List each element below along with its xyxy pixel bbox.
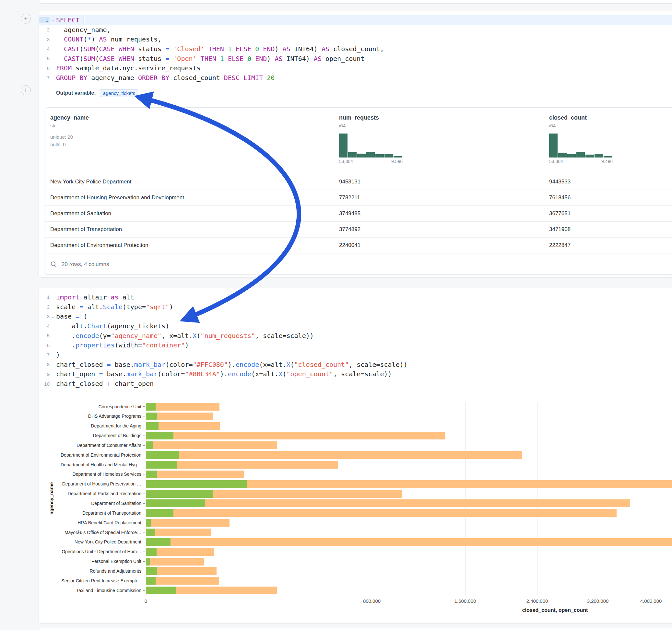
code-token: agency_name, <box>56 26 111 34</box>
table-cell: Department of Transportation <box>50 222 122 237</box>
code-token: 1 <box>228 45 232 53</box>
open-count-bar <box>146 567 157 575</box>
code-line[interactable]: 7GROUP BY agency_name ORDER BY closed_co… <box>39 73 672 83</box>
column-meta: nulls: 0 <box>50 142 89 147</box>
line-gutter: 7 <box>39 75 56 80</box>
open-count-bar <box>146 432 173 439</box>
add-cell-button[interactable]: + <box>21 85 31 95</box>
notebook-canvas: { "icons": { "plus": "+" }, "colors": { … <box>0 0 672 630</box>
histogram-bar <box>549 134 557 158</box>
sql-cell[interactable]: 1⌄SELECT 2 agency_name,3 COUNT(*) AS num… <box>39 11 672 278</box>
code-token: ELSE <box>236 45 251 53</box>
line-gutter: 1⌄ <box>39 17 56 23</box>
search-icon[interactable] <box>50 261 57 268</box>
output-variable-row: Output variable: agency_tickets <box>56 88 138 98</box>
line-gutter: 3 <box>39 37 56 42</box>
y-category-label: Department of Health and Mental Hyg… <box>58 462 141 468</box>
next-cell-edge <box>39 628 672 630</box>
y-tick-mark <box>143 406 145 407</box>
code-line[interactable]: 6FROM sample_data.nyc.service_requests <box>39 63 672 73</box>
chart-gridline <box>465 402 465 595</box>
line-number: 2 <box>39 27 50 32</box>
x-tick-label: 2,400,000 <box>514 598 560 604</box>
code-token <box>259 45 263 53</box>
code-token: * <box>87 35 91 43</box>
code-line[interactable]: 2 agency_name, <box>39 25 672 35</box>
y-category-label: Department of Buildings <box>58 433 141 438</box>
histogram-bar <box>576 152 585 158</box>
closed-count-bar <box>146 441 277 449</box>
line-gutter: 4 <box>39 46 56 51</box>
code-token: AS <box>283 45 290 53</box>
table-cell: 3774892 <box>339 222 360 237</box>
code-token: open_count <box>321 55 364 63</box>
previous-cell-edge <box>39 0 672 4</box>
y-tick-mark <box>143 465 145 465</box>
open-count-bar <box>146 403 155 411</box>
table-row[interactable]: Department of Sanitation37494853677651 <box>45 205 672 221</box>
y-category-label: Operations Unit - Department of Hom… <box>58 549 141 555</box>
code-token <box>216 55 220 63</box>
code-token: WHEN <box>119 55 134 63</box>
table-column-header[interactable]: agency_namestrunique: 20nulls: 0 <box>50 107 89 147</box>
code-token: CASE <box>99 55 115 63</box>
x-tick-label: 4,000,000 <box>628 598 672 604</box>
table-row[interactable]: Department of Housing Preservation and D… <box>45 190 672 205</box>
sql-code-editor[interactable]: 1⌄SELECT 2 agency_name,3 COUNT(*) AS num… <box>39 15 672 83</box>
closed-count-bar <box>146 470 244 478</box>
table-row[interactable]: Department of Environmental Protection22… <box>45 237 672 253</box>
code-text: agency_name, <box>56 26 111 34</box>
python-cell[interactable]: 1import altair as alt2scale = alt.Scale(… <box>39 288 672 624</box>
histogram-bar <box>384 154 393 158</box>
y-tick-mark <box>143 493 145 494</box>
histogram-bar <box>357 153 366 158</box>
table-cell: 7618456 <box>549 190 571 205</box>
code-token: ( <box>95 45 99 53</box>
y-tick-mark <box>143 436 145 436</box>
closed-count-bar <box>146 577 219 585</box>
histogram-range-labels: 53,3049.4e6 <box>549 159 613 164</box>
table-column-header[interactable]: closed_counti6453,3049.4e6 <box>549 107 613 164</box>
table-row[interactable]: Department of Transportation377489234719… <box>45 221 672 237</box>
y-tick-mark <box>143 484 145 484</box>
code-token: agency_name <box>87 74 138 82</box>
code-token: 'Closed' <box>173 45 204 53</box>
code-token: 0 <box>247 55 251 63</box>
code-token: END <box>255 55 267 63</box>
column-name: closed_count <box>549 107 613 121</box>
table-row[interactable]: New York City Police Department945313194… <box>45 174 672 190</box>
y-tick-mark <box>143 513 145 513</box>
line-gutter: 6 <box>39 66 56 71</box>
code-text: GROUP BY agency_name ORDER BY closed_cou… <box>56 74 274 82</box>
code-line[interactable]: 4 CAST(SUM(CASE WHEN status = 'Closed' T… <box>39 44 672 54</box>
line-number: 5 <box>39 56 50 61</box>
code-line[interactable]: 3 COUNT(*) AS num_requests, <box>39 34 672 44</box>
add-cell-button[interactable]: + <box>21 14 31 24</box>
code-token <box>79 16 83 24</box>
open-count-bar <box>146 548 157 556</box>
open-count-bar <box>146 587 176 595</box>
output-variable-chip[interactable]: agency_tickets <box>100 89 138 97</box>
open-count-bar <box>146 558 150 565</box>
code-token: ( <box>95 55 99 63</box>
code-token: SUM <box>83 45 95 53</box>
code-token: ( <box>79 55 83 63</box>
open-count-bar <box>146 509 173 517</box>
code-token: DESC <box>224 74 240 82</box>
fold-chevron-icon[interactable]: ⌄ <box>50 18 56 22</box>
x-tick-label: 800,000 <box>349 598 394 604</box>
table-column-header[interactable]: num_requestsi6453,3049.5e6 <box>339 107 403 164</box>
y-category-label: HRA Benefit Card Replacement <box>58 520 141 526</box>
code-line[interactable]: 1⌄SELECT <box>39 15 672 25</box>
code-text: CAST(SUM(CASE WHEN status = 'Closed' THE… <box>56 45 384 53</box>
histogram-min-label: 53,304 <box>549 159 563 164</box>
y-category-label: Department of Housing Preservation … <box>58 481 141 487</box>
y-tick-mark <box>143 571 145 571</box>
table-cell: 2240041 <box>339 238 360 253</box>
code-line[interactable]: 5 CAST(SUM(CASE WHEN status = 'Open' THE… <box>39 54 672 64</box>
code-token: COUNT <box>64 35 83 43</box>
code-token: AS <box>99 35 107 43</box>
open-count-bar <box>146 577 155 585</box>
code-token: FROM <box>56 64 72 72</box>
code-token <box>115 55 119 63</box>
